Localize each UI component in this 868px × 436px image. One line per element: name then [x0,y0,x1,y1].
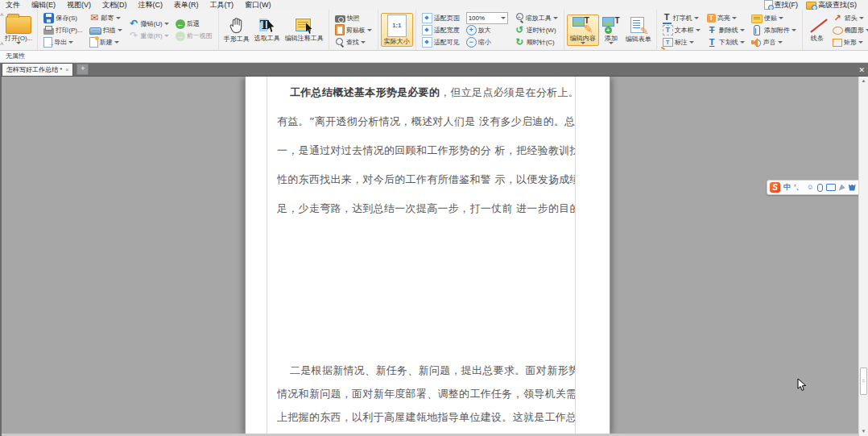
dropdown-arrow-icon [740,41,745,44]
typewriter-button[interactable]: T打字机 [661,12,702,24]
save-button[interactable]: 保存(S) [42,12,84,24]
dropdown-arrow-icon [501,17,506,19]
zoom-tool-button[interactable]: 缩放工具 [513,12,560,24]
scroll-up-icon[interactable]: ▲ [859,77,868,85]
dropdown-arrow-icon [114,41,119,44]
fit-width-icon [422,25,432,35]
scrollbar-thumb[interactable] [860,367,867,395]
fit-page-label: 适配页面 [434,14,460,23]
hand-tool-button[interactable]: 手形工具 [221,16,252,44]
ellipse-button[interactable]: 椭圆形 [831,24,868,36]
select-tool-label: 选取工具 [254,35,280,42]
fit-page-button[interactable]: 适配页面 [420,12,461,24]
open-button[interactable]: 打开(O)... [2,15,35,45]
textbox-button[interactable]: T文本框 [661,24,702,36]
export-button[interactable]: 导出 [42,36,84,48]
toolbar-collapse-icon[interactable]: ˄ [0,41,4,48]
close-document-icon[interactable]: ✕ [858,66,865,74]
previous-view-button[interactable]: →前一视图 [174,30,214,42]
soft-keyboard-icon[interactable] [826,184,836,191]
sogou-logo-icon[interactable]: S [770,182,780,193]
paragraph-1-line: ，但立足点必须是在分析上。“分析好，大 [440,86,575,98]
clipboard-label: 剪贴板 [346,26,366,35]
callout-button[interactable]: T标注 [661,36,702,48]
dropdown-arrow-icon [581,42,585,44]
tab-close-icon[interactable]: × [65,67,68,73]
textbox-label: 文本框 [675,26,694,35]
properties-bar: 无属性 [0,51,868,63]
group-basic-tools: 手形工具 T 选取工具 编辑注释工具 [219,10,329,50]
clipboard-icon [335,24,345,35]
group-text-comments: T打字机 T文本框 T标注 T高亮 T删除线 T下划线 便贴 添加附件 声音 [657,10,803,50]
edit-form-button[interactable]: ✎ 编辑表单 [623,16,654,44]
pdf-page[interactable]: 工作总结概述基本形势是必要的，但立足点必须是在分析上。“分析好，大 有益。”离开… [246,77,610,436]
skin-icon[interactable] [849,185,856,191]
arrow-label: 箭头 [845,14,858,23]
scan-button[interactable]: 扫描 [88,24,124,36]
zoom-out-button[interactable]: −缩小 [465,36,510,48]
fit-visible-button[interactable]: 适配可见 [420,36,461,48]
sticky-note-button[interactable]: 便贴 [750,12,798,24]
highlight-button[interactable]: T高亮 [705,12,746,24]
clipboard-button[interactable]: 剪贴板 [333,24,374,36]
group-edit: T✎ 编辑内容 T+ 添加 ✎ 编辑表单 [564,10,657,50]
menu-tools[interactable]: 工具(T) [205,0,240,10]
fit-visible-label: 适配可见 [434,38,460,47]
document-tab-bar: 怎样写好工作总结 * × + ✕ [0,63,868,76]
line-button[interactable]: 线条 [805,17,829,43]
edit-annotation-tool-button[interactable]: 编辑注释工具 [283,17,326,43]
menu-document[interactable]: 文档(D) [97,0,133,10]
snapshot-button[interactable]: 快照 [333,12,374,24]
attach-file-button[interactable]: 添加附件 [750,24,798,36]
punctuation-icon[interactable]: ’、 [794,181,804,193]
menu-edit[interactable]: 编辑(E) [26,0,61,10]
redo-label: 重做(R) [141,31,163,40]
menu-form[interactable]: 表单(R) [168,0,205,10]
chinese-mode-icon[interactable]: 中 [783,181,791,193]
dropdown-arrow-icon [859,17,864,19]
paragraph-1[interactable]: 工作总结概述基本形势是必要的，但立足点必须是在分析上。“分析好，大 有益。”离开… [277,83,575,228]
arrow-button[interactable]: ↗箭头 [831,12,868,24]
main-toolbar: 打开(O)... 保存(S) 打印(P)... 导出 ✉邮寄 扫描 新建 ↶撤销… [0,10,868,51]
zoom-in-button[interactable]: +放大 [465,24,510,36]
scroll-down-icon[interactable]: ▼ [859,427,868,436]
add-button[interactable]: T+ 添加 [599,15,623,45]
sound-button[interactable]: 声音 [750,36,798,48]
edit-content-button[interactable]: T✎ 编辑内容 [567,15,599,46]
find-button[interactable]: 查找(F) [764,0,799,10]
rectangle-button[interactable]: 矩形 [831,36,868,48]
advanced-find-button[interactable]: 高级查找(S) [806,0,857,10]
fit-width-button[interactable]: 适配宽度 [420,24,461,36]
paragraph-2[interactable]: 二是根据新情况、新任务、新问题，提出总要求。面对新形势下出现的新 情况和新问题，… [277,362,575,436]
paragraph-2-line: 情况和新问题，面对新年度部署、调整的工作任务，领导机关需要有个从宏观 [277,385,575,409]
undo-button[interactable]: ↶撤销(U) [127,18,171,30]
mail-button[interactable]: ✉邮寄 [88,12,124,24]
select-tool-button[interactable]: T 选取工具 [252,17,283,43]
strikeout-button[interactable]: T删除线 [705,24,746,36]
print-button[interactable]: 打印(P)... [42,24,84,36]
rotate-ccw-button[interactable]: ↺逆时针(W) [513,24,560,36]
new-document-button[interactable]: 新建 [88,36,124,48]
find-tool-button[interactable]: 查找 [333,36,374,48]
vertical-scrollbar[interactable]: ▲ ▼ [858,77,868,436]
tab-active-document[interactable]: 怎样写好工作总结 * × [2,63,73,76]
toolbar-collapse-icon[interactable]: ˄ [0,12,4,19]
new-tab-button[interactable]: + [76,64,89,75]
microphone-icon[interactable] [817,184,823,192]
menu-view[interactable]: 视图(V) [61,0,97,10]
paragraph-1-lead: 工作总结概述基本形势是必要的 [290,86,440,98]
menu-comment[interactable]: 注释(C) [133,0,169,10]
speaker-icon [751,37,762,48]
actual-size-button[interactable]: 1:1 实际大小 [381,13,413,47]
handwriting-icon[interactable] [839,185,845,191]
zoom-level-combo[interactable]: 100% [465,12,510,24]
emoji-icon[interactable]: ☺ [807,181,814,193]
menu-file[interactable]: 文件 [0,0,26,10]
menu-window[interactable]: 窗口(W) [239,0,277,10]
underline-button[interactable]: T下划线 [705,36,746,48]
redo-button[interactable]: ↷重做(R) [127,30,171,42]
document-view-area[interactable]: 工作总结概述基本形势是必要的，但立足点必须是在分析上。“分析好，大 有益。”离开… [0,76,868,436]
ime-toolbar[interactable]: S 中 ’、 ☺ [767,180,868,195]
rotate-cw-button[interactable]: ↻顺时针(C) [513,36,560,48]
back-button[interactable]: ←后退 [174,18,214,30]
